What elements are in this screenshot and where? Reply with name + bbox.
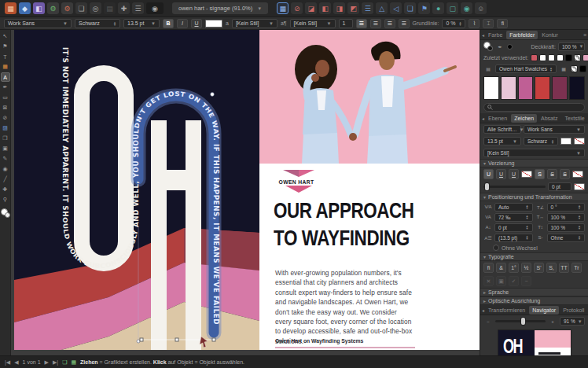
snapshot-icon[interactable]: ⚑	[418, 2, 430, 14]
settings-gear-icon[interactable]: ⚙	[61, 2, 73, 14]
strikethrough-color-swatch[interactable]	[572, 171, 583, 178]
palette-swatch[interactable]	[483, 76, 499, 100]
tab-kontur[interactable]: Kontur	[538, 31, 561, 39]
previous-page-button[interactable]: ◀	[14, 359, 18, 366]
picture-frame-tool[interactable]: ⊠	[1, 103, 10, 112]
rectangle-tool[interactable]: ▭	[1, 93, 10, 102]
section-verzierung[interactable]: ▾Verzierung	[480, 159, 588, 167]
color-picker-tool[interactable]: ◉	[1, 164, 10, 174]
tab-absatz[interactable]: Absatz	[538, 114, 560, 123]
recent-swatch[interactable]	[531, 54, 538, 61]
collapse-panel-icon[interactable]: ◂	[482, 307, 484, 313]
tab-transformieren[interactable]: Transformieren	[485, 306, 528, 315]
section-optische-ausrichtung[interactable]: ▸Optische Ausrichtung	[480, 296, 588, 305]
underline-single-button[interactable]: U	[496, 169, 506, 179]
font-family-select[interactable]: Work Sans▼	[524, 125, 585, 134]
pages-view-icon[interactable]: ❏	[62, 359, 67, 366]
last-page-button[interactable]: ▶|	[53, 359, 58, 366]
text-styles-icon[interactable]: ☰	[362, 2, 373, 14]
typography-feature-button[interactable]: ½	[521, 263, 531, 273]
no-stroke-swatch[interactable]	[574, 138, 585, 145]
strikethrough-none-button[interactable]: S	[535, 169, 545, 179]
view-tool[interactable]: ✚	[1, 185, 10, 194]
align-justify-button[interactable]: ☰	[399, 19, 410, 28]
path-start-handle[interactable]	[137, 340, 140, 343]
node-tool[interactable]: ⚑	[1, 42, 10, 51]
baseline-shift-field[interactable]: 0 pt▲▼	[494, 223, 533, 232]
recent-swatch[interactable]	[539, 54, 546, 61]
preflight-gear-icon[interactable]: ⚙	[47, 2, 59, 14]
underline-double-button[interactable]: U	[509, 169, 519, 179]
align-right-button[interactable]: ☰	[384, 19, 395, 28]
table-tool[interactable]: ▦	[1, 62, 10, 72]
leading-field[interactable]: (13.5 pt)▲▼	[494, 234, 533, 242]
save-icon[interactable]: ▤	[104, 2, 116, 14]
boolean-add-icon[interactable]: ●	[432, 2, 444, 14]
collapse-panel-icon[interactable]: ◂	[482, 32, 484, 38]
font-size-select[interactable]: 13.5 pt▼	[483, 137, 521, 145]
recent-swatch[interactable]	[548, 54, 555, 61]
tab-protokoll[interactable]: Protokoll	[560, 306, 587, 315]
tab-farbfelder[interactable]: Farbfelder	[506, 31, 538, 39]
text-color-swatch[interactable]	[205, 20, 222, 28]
recent-swatch[interactable]	[582, 54, 588, 61]
paste-fx-icon[interactable]: ◩	[347, 2, 359, 14]
underline-button[interactable]: U	[191, 19, 202, 28]
columns-field[interactable]: 1	[339, 19, 353, 28]
section-sprache[interactable]: ▸Sprache	[480, 288, 588, 296]
pages-tool[interactable]: ❐	[1, 134, 10, 143]
grid-view-icon[interactable]: ▦	[559, 66, 568, 72]
artistic-text-tool[interactable]: A	[1, 72, 10, 82]
typography-feature-button[interactable]: S'	[534, 263, 544, 273]
underline-color-swatch[interactable]	[521, 171, 532, 178]
palette-swatch[interactable]	[535, 76, 550, 100]
grid-view-icon[interactable]: ▦	[71, 359, 76, 366]
align-center-button[interactable]: ☰	[370, 19, 381, 28]
font-color-select[interactable]: Schwarz▲▼	[524, 137, 558, 145]
pin-icon[interactable]: ✚	[118, 2, 130, 14]
utility-swatch[interactable]	[571, 65, 578, 72]
paragraph-style-select[interactable]: [Kein Stil]▼	[290, 19, 336, 28]
fill-color-swatch[interactable]	[560, 138, 571, 145]
flip-vertical-icon[interactable]: △	[376, 2, 388, 14]
crop-tool[interactable]: ▣	[1, 144, 10, 153]
document-title-dropdown[interactable]: owen hart - signage (91.0%) ▼	[172, 2, 268, 14]
paste-inside-icon[interactable]: ◨	[333, 2, 345, 14]
flip-horizontal-icon[interactable]: ◁	[390, 2, 402, 14]
account-icon[interactable]: ☺	[475, 2, 487, 14]
typography-feature-button[interactable]: TT	[559, 263, 569, 273]
strikethrough-single-button[interactable]: S	[547, 169, 557, 179]
paste-style-icon[interactable]: ◪	[305, 2, 317, 14]
rotate-icon[interactable]: ❏	[404, 2, 416, 14]
tab-navigator[interactable]: Navigator	[529, 306, 559, 315]
recent-swatch[interactable]	[557, 54, 564, 61]
decoration-offset-field[interactable]: 0 pt	[548, 182, 571, 191]
tracking-field[interactable]: 72 ‰▲▼	[494, 213, 533, 222]
zoom-tool[interactable]: ⚲	[1, 195, 10, 204]
eyedropper-icon[interactable]: ✒	[495, 44, 505, 50]
typography-feature-button[interactable]: Tr	[571, 263, 582, 273]
path-text-options-button[interactable]: ⌇	[469, 19, 480, 28]
palette-swatch[interactable]	[501, 76, 516, 100]
navigator-thumbnail[interactable]: OH	[498, 330, 571, 355]
section-typografie[interactable]: ▾Typografie	[480, 252, 588, 261]
first-page-button[interactable]: |◀	[5, 359, 10, 366]
selection-handle-mid[interactable]	[175, 338, 178, 341]
tab-ebenen[interactable]: Ebenen	[485, 114, 510, 123]
persona-designer-icon[interactable]: ◆	[19, 2, 31, 14]
vertical-scale-field[interactable]: 100 %▲▼	[547, 223, 586, 232]
persona-photo-icon[interactable]: ◧	[33, 2, 45, 14]
typography-feature-button[interactable]: 1°	[509, 263, 519, 273]
bold-button[interactable]: B	[163, 19, 174, 28]
boolean-subtract-icon[interactable]: ▢	[447, 2, 458, 14]
palette-swatch[interactable]	[518, 76, 534, 100]
ohne-wechsel-checkbox[interactable]	[493, 245, 499, 251]
panel-menu-icon[interactable]: ≡	[583, 32, 586, 38]
typography-feature-button[interactable]: &	[496, 263, 506, 273]
font-weight-select[interactable]: Schwarz▲▼	[75, 19, 120, 28]
font-filter-select[interactable]: Alle Schrift…▼	[483, 125, 521, 134]
data-merge-icon[interactable]: ▦	[277, 2, 288, 14]
tab-farbe[interactable]: Farbe	[485, 31, 505, 39]
italic-button[interactable]: I	[177, 19, 188, 28]
character-style-select[interactable]: [Kein Stil]▼	[483, 149, 585, 157]
